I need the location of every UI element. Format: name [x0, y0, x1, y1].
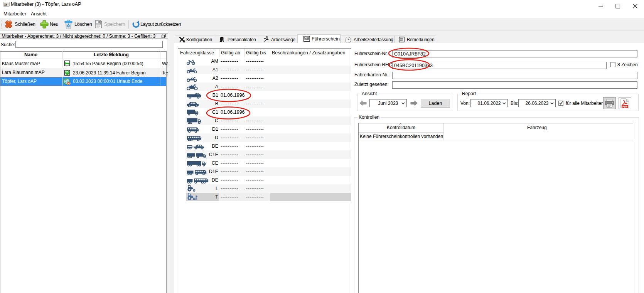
svg-text:PDF: PDF	[622, 105, 627, 108]
